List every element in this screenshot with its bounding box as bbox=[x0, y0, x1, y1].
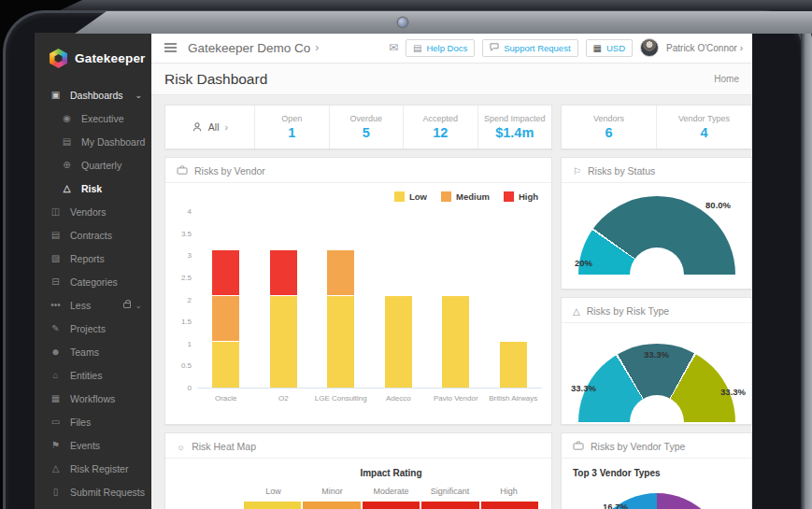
categories-icon: ⊟ bbox=[49, 276, 63, 287]
sidebar-item-submit-requests[interactable]: ▯Submit Requests bbox=[35, 480, 151, 503]
sidebar-item-risk-register[interactable]: △Risk Register bbox=[35, 457, 151, 480]
logo[interactable]: Gatekeeper bbox=[35, 33, 151, 83]
heat-column-label: Minor bbox=[303, 487, 362, 496]
legend-swatch bbox=[441, 191, 451, 202]
heat-cell[interactable] bbox=[363, 502, 420, 509]
sidebar-nav: ▣Dashboards⌄◉Executive▤My Dashboard⊕Quar… bbox=[35, 83, 151, 509]
top-bar: Gatekeeper Demo Co › ✉ ▤ Help Docs Suppo… bbox=[151, 33, 752, 64]
gatekeeper-logo-icon bbox=[49, 49, 68, 68]
pie-slice-label: 16.7% bbox=[603, 502, 628, 509]
heat-cell[interactable] bbox=[244, 502, 301, 509]
my-dashboard-icon: ▤ bbox=[60, 136, 74, 147]
hamburger-menu-icon[interactable] bbox=[164, 43, 177, 52]
sidebar-item-label: Entities bbox=[70, 370, 102, 381]
stat-label: Overdue bbox=[349, 114, 382, 123]
stat-spend-impacted[interactable]: Spend Impacted$1.4m bbox=[478, 106, 552, 148]
bar-chart-plot bbox=[197, 205, 542, 389]
envelope-icon[interactable]: ✉ bbox=[389, 41, 398, 54]
sidebar-item-files[interactable]: ▭Files bbox=[35, 410, 151, 433]
stat-open[interactable]: Open1 bbox=[255, 106, 330, 148]
impact-rating-label: Impact Rating bbox=[244, 468, 538, 478]
app-screen: Gatekeeper ▣Dashboards⌄◉Executive▤My Das… bbox=[35, 33, 752, 509]
panel-risk-heat-map: ☼ Risk Heat Map Impact Rating LowMinorMo… bbox=[164, 432, 552, 509]
stat-vendors[interactable]: Vendors6 bbox=[562, 106, 657, 148]
sidebar-item-events[interactable]: ⚑Events bbox=[35, 433, 151, 457]
y-tick: 1.5 bbox=[181, 318, 192, 326]
warning-triangle-icon: △ bbox=[573, 306, 580, 317]
x-tick-label: British Airways bbox=[485, 394, 543, 403]
person-icon bbox=[192, 121, 203, 133]
sidebar-item-label: Teams bbox=[70, 346, 99, 358]
heat-cell[interactable] bbox=[303, 502, 360, 509]
sidebar-item-workflows[interactable]: ▦Workflows bbox=[35, 387, 151, 410]
owner-filter[interactable]: All › bbox=[165, 106, 255, 148]
bar-adecco[interactable] bbox=[385, 296, 412, 388]
bar-pavlo-vendor[interactable] bbox=[442, 296, 469, 388]
slice-label-data-loss: 33.3% bbox=[571, 383, 596, 393]
currency-selector[interactable]: ▦ USD bbox=[586, 39, 634, 57]
support-request-button[interactable]: Support Request bbox=[482, 39, 577, 57]
sidebar-item-label: Less bbox=[70, 300, 91, 311]
sidebar-item-label: Categories bbox=[70, 276, 118, 288]
risk-stats-card: All › Open1Overdue5Accepted12Spend Impac… bbox=[164, 105, 552, 149]
bar-lge-consulting[interactable] bbox=[327, 250, 354, 388]
user-name[interactable]: Patrick O'Connor › bbox=[666, 43, 743, 53]
sidebar-item-label: Quarterly bbox=[81, 160, 121, 171]
sidebar-item-label: Risk Register bbox=[70, 463, 128, 474]
events-icon: ⚑ bbox=[49, 440, 63, 450]
panel-title: Risks by Risk Type bbox=[587, 305, 670, 317]
stat-value: $1.4m bbox=[495, 125, 534, 140]
stat-value: 5 bbox=[363, 125, 370, 140]
sidebar-item-vendors[interactable]: ◫Vendors bbox=[35, 200, 151, 223]
bar-o2[interactable] bbox=[270, 250, 297, 388]
heat-column-label: Low bbox=[244, 487, 303, 496]
home-breadcrumb[interactable]: Home bbox=[714, 74, 739, 84]
sidebar-item-categories[interactable]: ⊟Categories bbox=[35, 270, 151, 293]
heat-cell[interactable] bbox=[481, 502, 538, 509]
sidebar-item-quarterly[interactable]: ⊕Quarterly bbox=[35, 153, 151, 177]
sidebar-item-risk[interactable]: △Risk bbox=[35, 177, 151, 200]
bar-segment-low bbox=[442, 296, 469, 388]
panel-header: △ Risks by Risk Type bbox=[562, 298, 751, 323]
stat-vendor-types[interactable]: Vendor Types4 bbox=[657, 106, 751, 148]
bar-british-airways[interactable] bbox=[500, 342, 527, 388]
filter-chevron-icon: › bbox=[225, 121, 229, 133]
vendor-stat-cells: Vendors6Vendor Types4 bbox=[562, 106, 751, 148]
company-chevron-icon[interactable]: › bbox=[315, 41, 319, 54]
contracts-icon: ▤ bbox=[49, 230, 63, 240]
sidebar-item-my-dashboard[interactable]: ▤My Dashboard bbox=[35, 130, 151, 153]
projects-icon: ✎ bbox=[49, 323, 63, 333]
heat-cell[interactable] bbox=[421, 502, 478, 509]
sidebar-item-projects[interactable]: ✎Projects bbox=[35, 317, 151, 340]
heat-column-label: Moderate bbox=[362, 487, 420, 496]
webcam-dot bbox=[398, 18, 407, 27]
sidebar-item-entities[interactable]: ⌂Entities bbox=[35, 363, 151, 387]
sidebar-item-dashboards[interactable]: ▣Dashboards⌄ bbox=[35, 83, 151, 106]
help-docs-button[interactable]: ▤ Help Docs bbox=[406, 39, 475, 57]
slice-label-accepted: 80.0% bbox=[705, 200, 731, 210]
page-title: Risk Dashboard bbox=[164, 71, 267, 88]
topbar-actions: ✉ ▤ Help Docs Support Request ▦ USD bbox=[389, 38, 743, 57]
panel-header: Risks by Vendor bbox=[165, 158, 551, 183]
vendor-type-body: Top 3 Vendor Types 16.7% bbox=[562, 459, 751, 509]
sidebar-item-teams[interactable]: ☻Teams bbox=[35, 340, 151, 363]
stat-accepted[interactable]: Accepted12 bbox=[404, 106, 478, 148]
risk-register-icon: △ bbox=[49, 463, 63, 474]
company-name[interactable]: Gatekeeper Demo Co bbox=[188, 41, 310, 55]
heat-column-label: Significant bbox=[420, 487, 479, 496]
device-top-surface bbox=[75, 11, 812, 34]
bar-segment-low bbox=[385, 296, 412, 388]
user-avatar[interactable] bbox=[640, 38, 659, 57]
sidebar-item-less[interactable]: •••Less⌄ bbox=[35, 293, 151, 317]
entities-icon: ⌂ bbox=[49, 370, 63, 380]
sidebar-item-contracts[interactable]: ▤Contracts bbox=[35, 223, 151, 247]
panel-risks-by-vendor-type: Risks by Vendor Type Top 3 Vendor Types … bbox=[561, 432, 752, 509]
stat-overdue[interactable]: Overdue5 bbox=[330, 106, 405, 148]
sidebar-item-reports[interactable]: ▨Reports bbox=[35, 247, 151, 270]
sidebar-item-label: Submit Requests bbox=[70, 487, 145, 498]
vendors-icon: ◫ bbox=[49, 206, 63, 217]
y-tick: 0 bbox=[188, 385, 192, 392]
bar-oracle[interactable] bbox=[212, 250, 239, 388]
y-axis-ticks: 43.532.521.510.50 bbox=[177, 205, 197, 389]
sidebar-item-executive[interactable]: ◉Executive bbox=[35, 106, 151, 130]
